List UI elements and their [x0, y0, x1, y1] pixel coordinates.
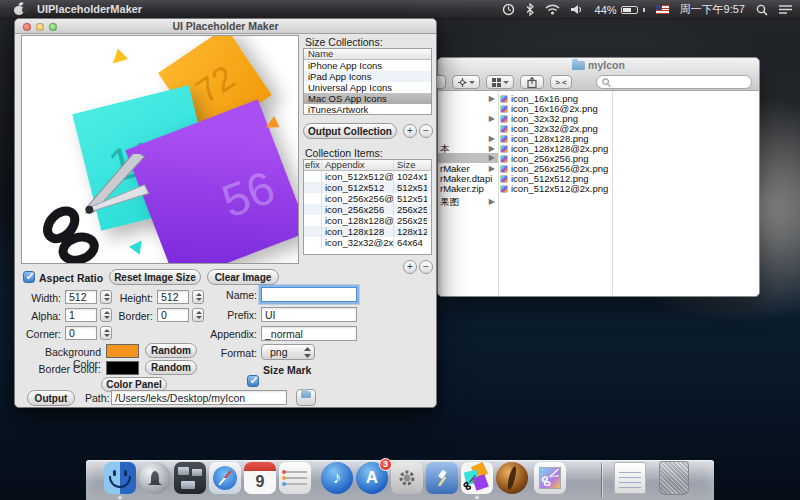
dock-app-store-icon[interactable]: A 3 [356, 462, 388, 494]
sidebar-item[interactable]: 果图▶ [438, 197, 498, 207]
dock-calendar-icon[interactable]: 9 [244, 462, 276, 494]
app-window[interactable]: UI Placeholder Maker 72 114 56 [14, 18, 437, 408]
finder-window[interactable]: myIcon > < ▶ ▶ ▶ [437, 57, 760, 297]
sidebar-item[interactable]: rMaker.zip [438, 184, 498, 194]
height-field[interactable]: 512 [157, 290, 189, 304]
share-button[interactable] [520, 75, 544, 89]
app-title-bar[interactable]: UI Placeholder Maker [15, 19, 436, 34]
file-row[interactable]: icon_512x512@2x.png [500, 184, 610, 194]
minimize-button[interactable] [36, 23, 44, 31]
time-machine-icon[interactable] [502, 3, 515, 16]
format-dropdown[interactable]: png [261, 344, 315, 360]
input-language-flag-icon[interactable] [656, 5, 669, 14]
size-collections-table[interactable]: Name iPhone App Icons iPad App Icons Uni… [303, 48, 432, 115]
menu-app-name[interactable]: UIPlaceholderMaker [37, 3, 142, 15]
sidebar-item[interactable]: rMaker▶ [438, 164, 498, 174]
items-header-appendix[interactable]: Appendix [322, 160, 394, 170]
border-field[interactable]: 0 [157, 308, 189, 322]
volume-icon[interactable] [571, 4, 584, 15]
collapse-arrows-icon[interactable]: > < [550, 75, 572, 89]
sidebar-folder-row[interactable]: ▶ [438, 94, 498, 104]
wifi-icon[interactable] [545, 4, 560, 15]
zoom-button[interactable] [49, 23, 57, 31]
sidebar-folder-row[interactable]: ▶ [438, 134, 498, 144]
clear-image-button[interactable]: Clear Image [207, 269, 279, 285]
prefix-field[interactable]: UI [261, 307, 357, 322]
alpha-stepper[interactable] [100, 308, 112, 322]
reset-image-size-button[interactable]: Reset Image Size [109, 269, 201, 285]
notification-center-icon[interactable] [779, 4, 792, 15]
choose-folder-button[interactable] [296, 389, 316, 406]
aspect-ratio-checkbox[interactable] [23, 271, 35, 283]
arrange-grid-button[interactable] [486, 75, 514, 89]
item-row[interactable]: icon_512x512@2x1024x1024 [304, 171, 431, 182]
dock-xcode-icon[interactable] [426, 462, 458, 494]
sidebar-item[interactable]: rMaker.dtapi [438, 174, 498, 184]
width-stepper[interactable] [100, 290, 112, 304]
corner-field[interactable]: 0 [65, 326, 97, 340]
border-random-button[interactable]: Random [145, 360, 197, 375]
folder-icon [301, 391, 311, 398]
item-row[interactable]: icon_128x128@2x256x256 [304, 215, 431, 226]
item-row[interactable]: icon_128x128128x128 [304, 226, 431, 237]
add-item-button[interactable]: + [403, 260, 417, 274]
image-preview-canvas[interactable]: 72 114 56 [21, 35, 299, 264]
bluetooth-icon[interactable] [526, 3, 534, 16]
finder-search-field[interactable] [596, 75, 752, 89]
collection-items-table[interactable]: efix Appendix Size icon_512x512@2x1024x1… [303, 159, 432, 255]
corner-stepper[interactable] [100, 326, 112, 340]
size-mark-checkbox[interactable] [247, 375, 259, 387]
sidebar-item-selected[interactable]: ▶ [438, 153, 498, 163]
apple-menu-icon[interactable] [14, 3, 25, 15]
dock-photo-scissors-app-icon[interactable] [534, 462, 566, 494]
background-color-swatch[interactable] [106, 344, 139, 358]
dock-coffee-bean-app-icon[interactable] [496, 462, 528, 494]
background-random-button[interactable]: Random [145, 343, 197, 358]
appendix-field[interactable]: _normal [261, 326, 357, 341]
alpha-field[interactable]: 1 [65, 308, 97, 322]
output-collection-button[interactable]: Output Collection [303, 123, 397, 139]
path-field[interactable]: /Users/leks/Desktop/myIcon [111, 390, 287, 405]
dock-system-preferences-icon[interactable] [391, 462, 423, 494]
collection-row[interactable]: iPhone App Icons [304, 60, 431, 71]
dock-ui-placeholder-maker-icon[interactable] [461, 462, 493, 494]
close-button[interactable] [23, 23, 31, 31]
item-row[interactable]: icon_256x256@2x512x512 [304, 193, 431, 204]
collections-header-name[interactable]: Name [304, 49, 431, 60]
battery-indicator[interactable]: 44% [595, 4, 645, 16]
action-gear-button[interactable] [452, 75, 480, 89]
item-row[interactable]: icon_32x32@2x64x64 [304, 237, 431, 248]
items-header-size[interactable]: Size [394, 160, 427, 170]
collection-row[interactable]: iPad App Icons [304, 71, 431, 82]
dock-documents-stack-icon[interactable] [614, 462, 646, 494]
disclosure-arrow-icon: ▶ [489, 164, 495, 174]
dock-launchpad-icon[interactable] [139, 462, 171, 494]
remove-collection-button[interactable]: − [419, 124, 433, 138]
collection-row[interactable]: Universal App Icons [304, 82, 431, 93]
menu-clock[interactable]: 周一下午9:57 [680, 2, 745, 17]
items-header-prefix[interactable]: efix [304, 160, 322, 170]
dock-trash-icon[interactable] [659, 461, 689, 495]
item-row[interactable]: icon_512x512512x512 [304, 182, 431, 193]
battery-percent: 44% [595, 4, 617, 16]
dock-safari-icon[interactable] [209, 462, 241, 494]
dock-reminders-icon[interactable] [279, 462, 311, 494]
border-color-swatch[interactable] [106, 361, 139, 375]
name-field[interactable] [261, 287, 357, 302]
add-collection-button[interactable]: + [403, 124, 417, 138]
collection-row-selected[interactable]: Mac OS App Icons [304, 93, 431, 104]
dock-finder-icon[interactable] [104, 462, 136, 494]
output-button[interactable]: Output [27, 390, 75, 406]
finder-running-indicator [118, 496, 122, 499]
border-stepper[interactable] [192, 308, 204, 322]
finder-title-bar[interactable]: myIcon [438, 58, 759, 73]
collection-row[interactable]: iTunesArtwork [304, 104, 431, 115]
height-stepper[interactable] [192, 290, 204, 304]
width-field[interactable]: 512 [65, 290, 97, 304]
spotlight-icon[interactable] [756, 4, 768, 16]
dock-itunes-icon[interactable]: ♪ [321, 462, 353, 494]
dock-mission-control-icon[interactable] [174, 462, 206, 494]
item-row[interactable]: icon_256x256256x256 [304, 204, 431, 215]
remove-item-button[interactable]: − [419, 260, 433, 274]
sidebar-folder-row[interactable]: ▶ [438, 114, 498, 124]
